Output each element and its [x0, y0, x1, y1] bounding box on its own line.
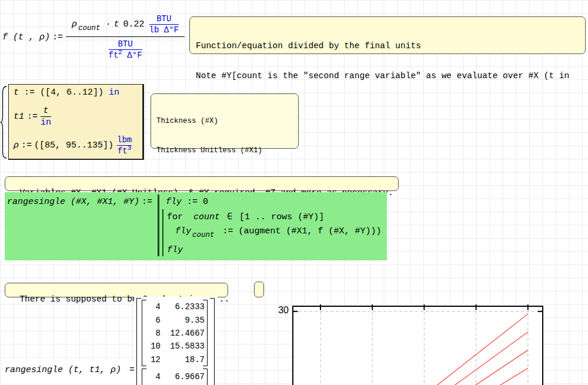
multiply-dot: ·: [106, 19, 111, 29]
rho-subscript: count: [78, 24, 101, 32]
outer-bracket-right: [210, 298, 215, 385]
mathcad-worksheet: { "formula": { "lhs": "f (t , ρ)", "assi…: [0, 0, 588, 385]
variable-definitions-region[interactable]: t := ([4, 6..12]) in t1 := t in ρ := ([8…: [8, 84, 144, 160]
matrix-row: 69.35: [145, 313, 205, 326]
callout-line: Note #Y[count is the "second range varia…: [196, 71, 579, 81]
matrix-cell: 8: [145, 329, 161, 338]
unit-lb-degF: lb Δ°F: [149, 25, 179, 35]
function-lhs: f (t , ρ):=: [2, 32, 66, 42]
unit-ft: ft: [118, 146, 128, 156]
program-line-1: fly := 0: [166, 197, 208, 207]
matrix-cell: 10: [145, 342, 161, 351]
matrix-cell: 4: [145, 372, 161, 381]
program-line-2: for count ∈ [1 .. rows (#Y)]: [167, 211, 324, 222]
result-region[interactable]: rangesingle (t, t1, ρ) =: [5, 365, 135, 375]
matrix-cell: 12.4667: [163, 329, 205, 338]
matrix-cell: 6.9667: [163, 372, 205, 381]
empty-callout[interactable]: [254, 282, 264, 297]
rho-definition: ρ := ([85, 95..135]) lbm ft3: [14, 135, 138, 156]
t-definition: t := ([4, 6..12]) in: [14, 88, 138, 98]
unit-btu-denominator: BTU: [118, 39, 132, 49]
outer-bracket-left: [136, 298, 141, 385]
submatrix-2-rows: 46.9667: [145, 370, 205, 383]
unit-lbm: lbm: [117, 135, 132, 145]
program-bar: [158, 195, 159, 256]
unit-degF: Δ°F: [127, 51, 142, 60]
unit-ft: ft: [109, 51, 119, 60]
ft-exponent: 3: [128, 145, 132, 152]
matrix-cell: 15.5833: [163, 342, 205, 351]
t-variable: t: [114, 19, 119, 29]
matrix-row: 1218.7: [145, 353, 205, 366]
function-definition-region[interactable]: f (t , ρ):= ρ count · t 0.22 BTU lb Δ°F …: [2, 14, 185, 60]
matrix-cell: 18.7: [163, 355, 205, 364]
group-brace-icon: [0, 85, 8, 159]
program-line-4: fly: [167, 245, 183, 255]
matrix-cell: 6: [145, 316, 161, 325]
coefficient: 0.22: [123, 19, 145, 29]
matrix-row: 812.4667: [145, 327, 205, 340]
t1-definition: t1 := t in: [14, 106, 138, 128]
matrix-cell: 4: [145, 302, 161, 312]
callout-variables-required[interactable]: Variables #X, #X1 (#X Unitless), & #Y re…: [5, 176, 399, 191]
plot-region[interactable]: [292, 304, 543, 385]
callout-line: Thickness (#X): [156, 116, 293, 126]
plot-canvas: [292, 304, 543, 385]
main-fraction: ρ count · t 0.22 BTU lb Δ°F BTU ft2 Δ°F: [66, 14, 185, 60]
unit-in: in: [41, 118, 51, 128]
equals-operator: =: [129, 365, 135, 375]
callout-line: Function/equation divided by the final u…: [196, 41, 579, 51]
submatrix-1-rows: 46.233369.35812.46671015.58331218.7: [145, 300, 205, 366]
submatrix-2: 46.9667: [142, 369, 208, 385]
ft-exponent: 2: [118, 49, 122, 56]
unit-btu: BTU: [156, 14, 171, 24]
program-inner-bar: [162, 209, 164, 256]
callout-function-units[interactable]: Function/equation divided by the final u…: [189, 16, 586, 54]
callout-line: Thickness Unitless (#X1): [156, 146, 293, 156]
plot-y-tick-label: 30: [273, 305, 289, 316]
unit-in: in: [109, 88, 119, 98]
assign-operator: :=: [52, 32, 63, 42]
callout-variable-legend[interactable]: Thickness (#X) Thickness Unitless (#X1) …: [151, 93, 299, 149]
program-line-3: flycount := (augment (#X1, f (#X, #Y))): [175, 226, 382, 236]
matrix-cell: 9.35: [163, 316, 205, 325]
matrix-cell: 12: [145, 355, 161, 364]
callout-six-submatrices[interactable]: There is supposed to be 6 submatrices ..…: [5, 283, 228, 297]
function-name: f (t , ρ): [2, 32, 50, 42]
matrix-row: 1015.5833: [145, 340, 205, 353]
matrix-row: 46.9667: [145, 370, 205, 383]
matrix-cell: 6.2333: [163, 302, 205, 312]
program-lhs: rangesingle (#X, #X1, #Y):=: [7, 197, 152, 207]
submatrix-1: 46.233369.35812.46671015.58331218.7: [142, 300, 208, 366]
matrix-row: 46.2333: [145, 300, 205, 313]
rho-variable: ρ: [72, 19, 77, 29]
result-lhs: rangesingle (t, t1, ρ): [5, 365, 121, 375]
program-region[interactable]: rangesingle (#X, #X1, #Y):= fly := 0 for…: [5, 192, 387, 260]
